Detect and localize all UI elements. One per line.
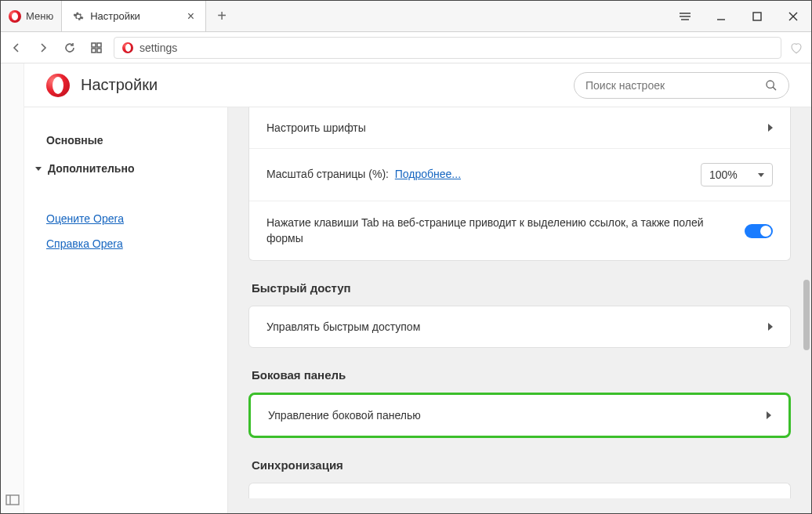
zoom-value: 100% bbox=[709, 168, 738, 181]
chevron-right-icon bbox=[768, 124, 773, 132]
search-icon bbox=[765, 79, 778, 92]
card-appearance: Настроить шрифты Масштаб страницы (%): П… bbox=[248, 107, 791, 261]
svg-point-13 bbox=[767, 81, 774, 88]
new-tab-button[interactable]: + bbox=[206, 1, 237, 31]
left-gutter bbox=[1, 63, 24, 513]
minimize-button[interactable] bbox=[703, 1, 739, 32]
back-button[interactable] bbox=[7, 38, 26, 57]
reload-button[interactable] bbox=[60, 38, 79, 57]
chevron-down-icon bbox=[35, 167, 42, 171]
forward-button[interactable] bbox=[34, 38, 53, 57]
sidebar-item-label: Дополнительно bbox=[48, 162, 134, 175]
link-label: Оцените Opera bbox=[46, 212, 124, 225]
sidebar-link-rate[interactable]: Оцените Opera bbox=[24, 206, 227, 231]
chevron-right-icon bbox=[768, 323, 773, 331]
svg-line-14 bbox=[773, 87, 776, 90]
section-speed-dial: Быстрый доступ bbox=[248, 261, 791, 306]
panel-toggle-icon[interactable] bbox=[5, 494, 20, 505]
settings-sidebar: Основные Дополнительно Оцените Opera Спр… bbox=[24, 107, 228, 513]
link-label: Справка Opera bbox=[46, 237, 123, 250]
svg-rect-11 bbox=[6, 495, 19, 505]
content-area: Настройки Основные Дополнительно bbox=[1, 63, 811, 513]
sidebar-item-label: Основные bbox=[46, 134, 103, 147]
row-manage-speed-dial[interactable]: Управлять быстрым доступом bbox=[249, 306, 790, 347]
section-sidebar: Боковая панель bbox=[248, 348, 791, 393]
sidebar-item-advanced[interactable]: Дополнительно bbox=[24, 154, 227, 183]
card-sidebar-manage: Управление боковой панелью bbox=[248, 393, 791, 438]
opera-menu-button[interactable]: Меню bbox=[1, 1, 61, 31]
bookmark-heart-icon[interactable] bbox=[789, 41, 803, 55]
opera-logo-icon bbox=[46, 74, 70, 97]
row-label: Управлять быстрым доступом bbox=[266, 320, 420, 333]
row-customize-fonts[interactable]: Настроить шрифты bbox=[249, 107, 790, 148]
address-text: settings bbox=[140, 42, 773, 54]
zoom-select[interactable]: 100% bbox=[701, 163, 773, 186]
sidebar-link-help[interactable]: Справка Opera bbox=[24, 231, 227, 256]
speed-dial-button[interactable] bbox=[87, 38, 106, 57]
browser-window: Меню Настройки × + bbox=[0, 0, 812, 514]
titlebar: Меню Настройки × + bbox=[1, 1, 811, 32]
opera-icon bbox=[9, 10, 21, 23]
tab-close-button[interactable]: × bbox=[187, 10, 194, 23]
tab-settings[interactable]: Настройки × bbox=[61, 1, 206, 31]
window-controls bbox=[667, 1, 811, 31]
row-manage-sidebar[interactable]: Управление боковой панелью bbox=[251, 395, 788, 436]
row-label: Настроить шрифты bbox=[266, 121, 366, 134]
settings-panel: Настроить шрифты Масштаб страницы (%): П… bbox=[228, 107, 811, 513]
svg-rect-10 bbox=[97, 49, 101, 52]
row-label: Нажатие клавиши Tab на веб-странице прив… bbox=[266, 215, 745, 246]
scrollbar-thumb[interactable] bbox=[803, 280, 810, 350]
sidebar-item-basic[interactable]: Основные bbox=[24, 126, 227, 154]
row-label: Масштаб страницы (%): Подробнее... bbox=[266, 167, 701, 183]
gear-icon bbox=[73, 11, 84, 22]
svg-rect-4 bbox=[753, 13, 761, 20]
address-field[interactable]: settings bbox=[114, 37, 781, 59]
address-bar: settings bbox=[1, 32, 811, 63]
row-tab-highlight: Нажатие клавиши Tab на веб-странице прив… bbox=[249, 201, 790, 260]
settings-body: Настройки Основные Дополнительно bbox=[24, 63, 811, 513]
row-page-zoom: Масштаб страницы (%): Подробнее... 100% bbox=[249, 148, 790, 201]
chevron-right-icon bbox=[767, 411, 771, 419]
card-speed-dial: Управлять быстрым доступом bbox=[248, 306, 791, 348]
svg-rect-8 bbox=[97, 43, 101, 47]
chevron-down-icon bbox=[758, 173, 764, 177]
menu-label: Меню bbox=[26, 10, 53, 22]
toggle-on[interactable] bbox=[745, 224, 773, 238]
opera-icon bbox=[122, 42, 133, 53]
card-sync bbox=[248, 483, 791, 498]
learn-more-link[interactable]: Подробнее... bbox=[395, 168, 461, 180]
settings-main: Основные Дополнительно Оцените Opera Спр… bbox=[24, 107, 811, 513]
svg-rect-7 bbox=[92, 43, 96, 47]
scrollbar[interactable] bbox=[802, 107, 810, 513]
page-title: Настройки bbox=[81, 76, 158, 94]
search-input[interactable] bbox=[585, 79, 757, 92]
tab-title: Настройки bbox=[90, 10, 140, 22]
settings-search[interactable] bbox=[574, 72, 789, 99]
maximize-button[interactable] bbox=[739, 1, 775, 32]
settings-header: Настройки bbox=[24, 63, 811, 107]
section-sync: Синхронизация bbox=[248, 438, 791, 483]
easy-setup-button[interactable] bbox=[667, 1, 703, 32]
close-button[interactable] bbox=[775, 1, 811, 32]
svg-rect-9 bbox=[92, 49, 96, 52]
row-label: Управление боковой панелью bbox=[268, 409, 421, 422]
